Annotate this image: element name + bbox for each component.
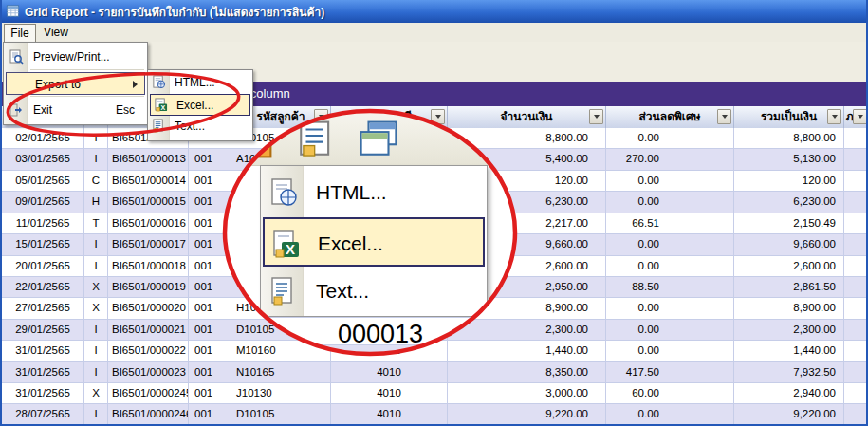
cell-total[interactable]: 2,300.00 [734, 320, 844, 341]
cell-doc-no[interactable]: BI6501/000023 [108, 362, 189, 383]
title-bar[interactable]: Grid Report - รายการบันทึกใบกำกับ (ไม่แส… [0, 0, 868, 23]
cell-discount[interactable]: 0.00 [606, 320, 734, 341]
cell-flag[interactable]: I [84, 256, 108, 277]
column-filter-button[interactable] [431, 109, 445, 124]
cell-doc-no[interactable]: BI6501/000015 [108, 192, 189, 213]
cell-flag[interactable]: I [84, 149, 108, 170]
cell-branch[interactable]: 001 [189, 192, 231, 213]
cell-tax[interactable] [844, 383, 868, 404]
cell-amount[interactable]: 8,350.00 [448, 362, 606, 383]
menu-item-export-to[interactable]: Export to [6, 72, 145, 95]
cell-discount[interactable]: 0.00 [606, 171, 734, 192]
cell-total[interactable]: 2,600.00 [734, 256, 844, 277]
cell-branch[interactable]: 001 [189, 256, 231, 277]
cell-total[interactable]: 6,230.00 [734, 192, 844, 213]
cell-tax[interactable] [844, 128, 868, 149]
submenu-item-excel[interactable]: X Excel... [150, 94, 250, 116]
cell-flag[interactable]: I [84, 362, 108, 383]
cell-date[interactable]: 11/01/2565 [2, 213, 84, 234]
cell-total[interactable]: 2,940.00 [734, 383, 844, 404]
cell-doc-no[interactable]: BI6501/000019 [108, 277, 189, 298]
cell-doc-no[interactable]: BI6501/000022 [108, 341, 189, 361]
cell-date[interactable]: 15/01/2565 [2, 234, 84, 255]
cell-flag[interactable]: I [84, 404, 108, 425]
cell-flag[interactable]: X [84, 277, 108, 298]
cell-account-code[interactable]: 4010 [331, 362, 448, 383]
cell-date[interactable]: 28/07/2565 [2, 404, 84, 425]
cell-branch[interactable]: 001 [189, 277, 231, 298]
cell-amount[interactable]: 2,300.00 [448, 320, 606, 341]
cell-customer-code[interactable]: D10105 [231, 404, 331, 425]
cell-flag[interactable]: X [84, 383, 108, 404]
cell-date[interactable]: 31/01/2565 [2, 341, 84, 361]
cell-date[interactable]: 29/01/2565 [2, 320, 84, 341]
cell-amount[interactable]: 3,000.00 [448, 383, 606, 404]
cell-discount[interactable]: 0.00 [606, 234, 734, 255]
cell-tax[interactable] [844, 192, 868, 213]
cell-branch[interactable]: 001 [189, 149, 231, 170]
cell-flag[interactable]: H [84, 192, 108, 213]
cell-date[interactable]: 31/01/2565 [2, 362, 84, 383]
cell-doc-no[interactable]: BI6501/000017 [108, 234, 189, 255]
cell-tax[interactable] [844, 213, 868, 234]
cell-doc-no[interactable]: BI6501/000018 [108, 256, 189, 277]
cell-discount[interactable]: 0.00 [606, 256, 734, 277]
cell-date[interactable]: 03/01/2565 [2, 149, 84, 170]
cell-total[interactable]: 2,150.49 [734, 213, 844, 234]
cell-discount[interactable]: 88.50 [606, 277, 734, 298]
menu-view[interactable]: View [38, 24, 74, 41]
menu-item-preview-print[interactable]: Preview/Print... [5, 46, 146, 68]
cell-total[interactable]: 5,130.00 [734, 149, 844, 170]
cell-branch[interactable]: 001 [189, 320, 231, 341]
cell-flag[interactable]: T [84, 213, 108, 234]
cell-date[interactable]: 05/01/2565 [2, 171, 84, 192]
cell-doc-no[interactable]: BI6501/0000246 [108, 404, 189, 425]
cell-doc-no[interactable]: BI6501/000016 [108, 213, 189, 234]
cell-branch[interactable]: 001 [189, 341, 231, 361]
cell-doc-no[interactable]: BI6501/0000245 [108, 383, 189, 404]
cell-tax[interactable] [844, 320, 868, 341]
cell-total[interactable]: 1,440.00 [734, 341, 844, 361]
column-filter-button[interactable] [827, 109, 841, 124]
cell-total[interactable]: 8,800.00 [734, 128, 844, 149]
column-header-tax[interactable]: ภาษี [844, 106, 868, 128]
cell-flag[interactable]: I [84, 320, 108, 341]
cell-discount[interactable]: 0.00 [606, 192, 734, 213]
menu-file[interactable]: File [4, 24, 36, 43]
cell-tax[interactable] [844, 362, 868, 383]
cell-tax[interactable] [844, 234, 868, 255]
column-header-discount[interactable]: ส่วนลดพิเศษ [606, 106, 734, 128]
cell-discount[interactable]: 0.00 [606, 341, 734, 361]
column-header-total[interactable]: รวมเป็นเงิน [734, 106, 844, 128]
cell-discount[interactable]: 0.00 [606, 404, 734, 425]
cell-account-code[interactable]: 4010 [331, 383, 448, 404]
cell-branch[interactable]: 001 [189, 171, 231, 192]
cell-tax[interactable] [844, 171, 868, 192]
cell-doc-no[interactable]: BI6501/000013 [108, 149, 189, 170]
column-filter-button[interactable] [717, 109, 731, 124]
cell-branch[interactable]: 001 [189, 362, 231, 383]
cell-tax[interactable] [844, 298, 868, 319]
cell-date[interactable]: 31/01/2565 [2, 383, 84, 404]
cell-doc-no[interactable]: BI6501/000021 [108, 320, 189, 341]
cell-date[interactable]: 22/01/2565 [2, 277, 84, 298]
column-header-amount[interactable]: จำนวนเงิน [448, 106, 606, 128]
cell-discount[interactable]: 417.50 [606, 362, 734, 383]
cell-tax[interactable] [844, 277, 868, 298]
submenu-item-text[interactable]: Text... [149, 116, 251, 138]
cell-flag[interactable]: I [84, 234, 108, 255]
cell-tax[interactable] [844, 256, 868, 277]
cell-date[interactable]: 02/01/2565 [2, 128, 84, 149]
cell-total[interactable]: 9,220.00 [734, 404, 844, 425]
cell-amount[interactable]: 1,440.00 [448, 341, 606, 361]
column-filter-button[interactable] [589, 109, 603, 124]
cell-tax[interactable] [844, 341, 868, 361]
cell-discount[interactable]: 60.00 [606, 383, 734, 404]
cell-flag[interactable]: C [84, 171, 108, 192]
cell-tax[interactable] [844, 149, 868, 170]
cell-tax[interactable] [844, 404, 868, 425]
cell-amount[interactable]: 9,220.00 [448, 404, 606, 425]
cell-customer-code[interactable]: N10165 [231, 362, 331, 383]
cell-customer-code[interactable]: J10130 [231, 383, 331, 404]
cell-total[interactable]: 120.00 [734, 171, 844, 192]
